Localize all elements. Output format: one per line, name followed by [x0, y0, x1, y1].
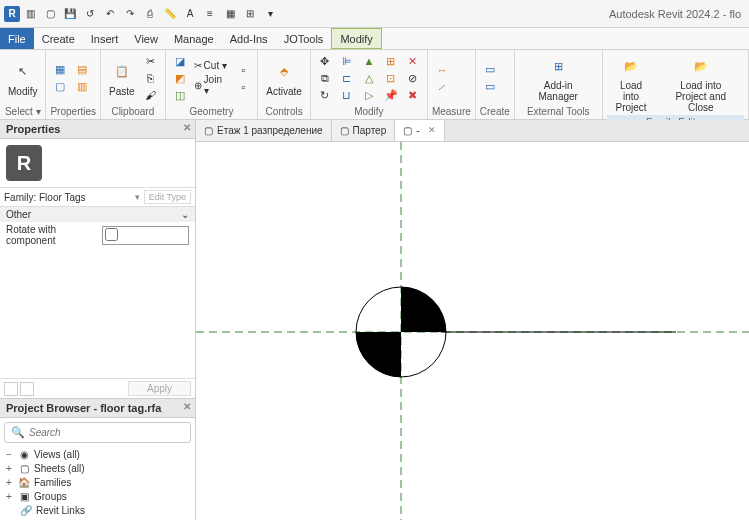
expand-icon[interactable]: − [4, 449, 14, 460]
qat-save-icon[interactable]: 💾 [62, 6, 78, 22]
menu-manage[interactable]: Manage [166, 28, 222, 49]
measure-icon[interactable]: ↔ [432, 62, 452, 78]
cut-clipboard-icon[interactable]: ✂ [141, 53, 161, 69]
qat-thin-lines-icon[interactable]: ≡ [202, 6, 218, 22]
create-icon-1[interactable]: ▭ [480, 62, 500, 78]
expand-icon[interactable]: + [4, 477, 14, 488]
qat-print-icon[interactable]: ⎙ [142, 6, 158, 22]
properties-close-icon[interactable]: ✕ [183, 122, 191, 133]
rotate-icon[interactable]: ↻ [315, 87, 335, 103]
unpin-icon[interactable]: ✕ [403, 53, 423, 69]
rotate-checkbox[interactable] [105, 228, 118, 241]
doc-icon: ▢ [204, 125, 213, 136]
cut-button[interactable]: ✂Cut ▾ [192, 59, 232, 72]
menu-insert[interactable]: Insert [83, 28, 127, 49]
qat-text-icon[interactable]: A [182, 6, 198, 22]
qat-new-icon[interactable]: ▢ [42, 6, 58, 22]
search-input[interactable] [29, 427, 184, 438]
offset-icon[interactable]: ⊏ [337, 70, 357, 86]
family-thumbnail[interactable]: R [0, 139, 195, 187]
cut-geom-icon[interactable]: ◩ [170, 70, 190, 86]
expand-icon[interactable]: + [4, 463, 14, 474]
menu-create[interactable]: Create [34, 28, 83, 49]
copy-icon[interactable]: ⧉ [315, 70, 335, 86]
section-expand-icon: ⌄ [181, 209, 189, 220]
tree-groups[interactable]: + ▣ Groups [4, 489, 191, 503]
tab-close-icon[interactable]: ✕ [428, 125, 436, 135]
prop-filter-icon[interactable] [20, 382, 34, 396]
tree-families[interactable]: + 🏠 Families [4, 475, 191, 489]
geom-tool-1-icon[interactable]: ▫ [233, 62, 253, 78]
menu-modify[interactable]: Modify [331, 28, 381, 49]
select-group-label[interactable]: Select ▾ [4, 104, 41, 119]
tree-sheets[interactable]: + ▢ Sheets (all) [4, 461, 191, 475]
tab-1-label: Етаж 1 разпределение [217, 125, 323, 136]
family-category-icon[interactable]: ▥ [72, 79, 92, 95]
qat-sync-icon[interactable]: ↺ [82, 6, 98, 22]
qat-open-icon[interactable]: ▥ [22, 6, 38, 22]
activate-button[interactable]: ⬘ Activate [262, 58, 306, 99]
tab-3-label: - [416, 125, 419, 136]
prop-help-icon[interactable] [4, 382, 18, 396]
move-icon[interactable]: ✥ [315, 53, 335, 69]
modify-button[interactable]: ↖ Modify [4, 58, 41, 99]
load-into-project-button[interactable]: 📂 Load intoProject [607, 52, 656, 115]
addin-manager-button[interactable]: ⊞ Add-in Manager [519, 52, 598, 104]
addin-icon: ⊞ [546, 54, 570, 78]
trim-icon[interactable]: ▷ [359, 87, 379, 103]
expand-icon[interactable]: + [4, 491, 14, 502]
match-type-icon[interactable]: 🖌 [141, 87, 161, 103]
ribbon-group-clipboard: 📋 Paste ✂ ⎘ 🖌 Clipboard [101, 50, 166, 119]
sheets-icon: ▢ [18, 462, 30, 474]
qat-redo-icon[interactable]: ↷ [122, 6, 138, 22]
qat-close-hidden-icon[interactable]: ▦ [222, 6, 238, 22]
qat-dropdown-icon[interactable]: ▾ [262, 6, 278, 22]
family-type-selector[interactable]: Family: Floor Tags ▾ Edit Type [0, 187, 195, 207]
create-icon-2[interactable]: ▭ [480, 79, 500, 95]
mirror-pick-icon[interactable]: ⊔ [337, 87, 357, 103]
doc-tab-3[interactable]: ▢ - ✕ [395, 120, 444, 141]
properties-icon[interactable]: ▦ [50, 62, 70, 78]
apply-button[interactable]: Apply [128, 381, 191, 396]
copy-clipboard-icon[interactable]: ⎘ [141, 70, 161, 86]
paste-button[interactable]: 📋 Paste [105, 58, 139, 99]
qat-switch-icon[interactable]: ⊞ [242, 6, 258, 22]
doc-tab-1[interactable]: ▢ Етаж 1 разпределение [196, 120, 332, 141]
menu-view[interactable]: View [126, 28, 166, 49]
split-icon[interactable]: △ [359, 70, 379, 86]
tree-revit-links[interactable]: 🔗 Revit Links [4, 503, 191, 517]
join-geom-icon[interactable]: ◫ [170, 87, 190, 103]
mirror-draw-icon[interactable]: ▲ [359, 53, 379, 69]
demolish-icon[interactable]: ✖ [403, 87, 423, 103]
menu-jotools[interactable]: JOTools [276, 28, 332, 49]
aligned-dim-icon[interactable]: ⟋ [432, 79, 452, 95]
array-icon[interactable]: ⊞ [381, 53, 401, 69]
views-label: Views (all) [34, 449, 80, 460]
load-into-project-close-button[interactable]: 📂 Load intoProject and Close [658, 52, 744, 115]
pin-icon[interactable]: 📌 [381, 87, 401, 103]
browser-search[interactable]: 🔍 [4, 422, 191, 443]
geom-tool-2-icon[interactable]: ▫ [233, 79, 253, 95]
menu-file[interactable]: File [0, 28, 34, 49]
ribbon-group-external: ⊞ Add-in Manager External Tools [515, 50, 603, 119]
family-dropdown-icon[interactable]: ▾ [131, 192, 144, 202]
delete-icon[interactable]: ⊘ [403, 70, 423, 86]
qat-measure-icon[interactable]: 📏 [162, 6, 178, 22]
links-label: Revit Links [36, 505, 85, 516]
align-icon[interactable]: ⊫ [337, 53, 357, 69]
prop-section-other[interactable]: Other ⌄ [0, 207, 195, 222]
edit-type-button[interactable]: Edit Type [144, 190, 191, 204]
load2-label: Load intoProject and Close [662, 80, 740, 113]
join-button[interactable]: ⊕Join ▾ [192, 73, 232, 97]
scale-icon[interactable]: ⊡ [381, 70, 401, 86]
qat-undo-icon[interactable]: ↶ [102, 6, 118, 22]
menu-addins[interactable]: Add-Ins [222, 28, 276, 49]
type-props-icon[interactable]: ▢ [50, 79, 70, 95]
cope-icon[interactable]: ◪ [170, 53, 190, 69]
tree-views[interactable]: − ◉ Views (all) [4, 447, 191, 461]
doc-tab-2[interactable]: ▢ Партер [332, 120, 396, 141]
browser-close-icon[interactable]: ✕ [183, 401, 191, 412]
family-types-icon[interactable]: ▤ [72, 62, 92, 78]
drawing-canvas[interactable] [196, 142, 749, 520]
sheets-label: Sheets (all) [34, 463, 85, 474]
